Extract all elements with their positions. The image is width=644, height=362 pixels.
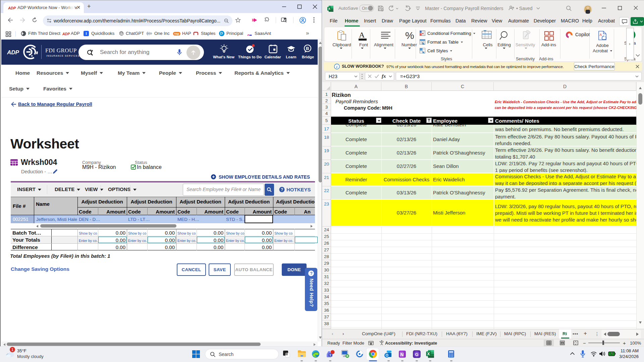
svg-text:A: A: [599, 33, 602, 37]
svg-text:ADP: ADP: [7, 49, 19, 56]
svg-text:A: A: [359, 31, 365, 39]
svg-text:?: ?: [310, 271, 313, 276]
svg-text:X: X: [427, 352, 430, 356]
svg-text:T: T: [329, 354, 331, 357]
svg-text:X: X: [328, 7, 330, 10]
svg-text:N: N: [400, 352, 404, 357]
svg-text:%: %: [405, 30, 414, 41]
svg-text:O: O: [386, 353, 388, 357]
svg-text:B: B: [306, 46, 309, 51]
svg-text:ADP: ADP: [62, 32, 70, 36]
svg-text:G: G: [415, 352, 419, 357]
svg-text:ADP: ADP: [8, 6, 16, 10]
